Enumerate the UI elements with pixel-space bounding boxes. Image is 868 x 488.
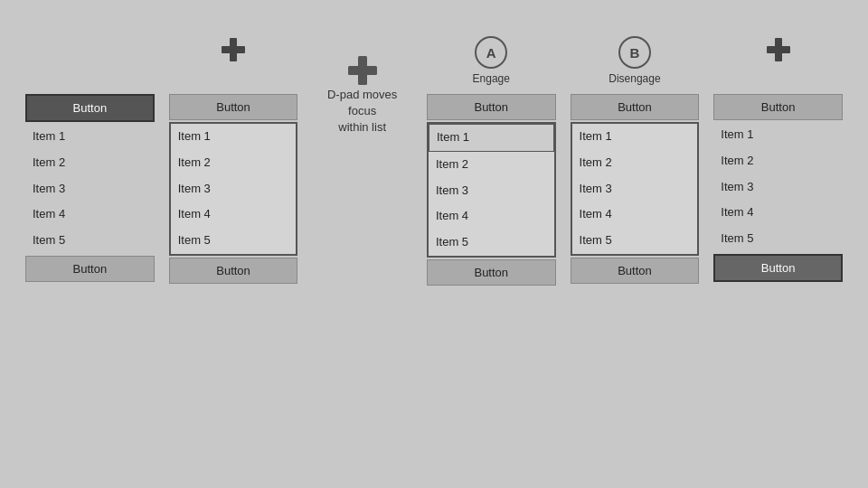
col4-bottom-button[interactable]: Button [571,258,700,284]
col4-top-button[interactable]: Button [571,94,700,120]
col4-icon-label: Disengage [609,72,660,85]
info-line2: within list [338,120,386,134]
col5-top-button[interactable]: Button [713,94,843,120]
col3-icon-area: A Engage [473,36,510,90]
col2-icon-area [220,36,247,90]
list-item: Item 5 [25,228,155,254]
main-container: Button Item 1 Item 2 Item 3 Item 4 Item … [0,0,868,488]
column-3: A Engage Button Item 1 Item 2 Item 3 Ite… [427,36,556,286]
circle-a-icon: A [475,36,507,69]
col5-icon-area [765,36,792,90]
col5-bottom-button[interactable]: Button [713,254,843,282]
column-1: Button Item 1 Item 2 Item 3 Item 4 Item … [25,36,155,282]
list-item: Item 1 [25,124,155,150]
center-info: D-pad moves focus within list [314,54,410,136]
col3-bottom-button[interactable]: Button [427,259,556,286]
list-item: Item 2 [713,148,843,174]
info-line1: D-pad moves focus [327,88,397,117]
list-item-focused: Item 1 [429,124,554,152]
col1-bottom-button[interactable]: Button [25,256,155,282]
col4-list: Item 1 Item 2 Item 3 Item 4 Item 5 [571,122,700,256]
col3-icon-label: Engage [473,72,510,85]
col5-list: Item 1 Item 2 Item 3 Item 4 Item 5 [713,122,843,252]
cross-icon [220,36,247,63]
cross-icon-2 [765,36,792,63]
list-item: Item 2 [25,150,155,176]
list-item: Item 3 [171,176,297,202]
list-item: Item 4 [572,202,698,228]
list-item: Item 3 [713,174,843,201]
svg-rect-5 [767,46,790,53]
list-item: Item 3 [572,176,698,202]
col2-top-button[interactable]: Button [169,94,298,120]
center-info-text: D-pad moves focus within list [314,87,410,136]
list-item: Item 1 [572,124,698,150]
list-item: Item 1 [713,122,843,148]
list-item: Item 5 [572,228,698,254]
col4-icon-area: B Disengage [609,36,660,90]
circle-b-icon: B [618,36,651,69]
list-item: Item 4 [429,203,554,230]
col2-list: Item 1 Item 2 Item 3 Item 4 Item 5 [169,122,298,256]
list-item: Item 2 [171,150,297,176]
list-item: Item 5 [713,226,843,252]
svg-rect-3 [348,66,377,75]
list-item: Item 2 [572,150,698,176]
list-item: Item 3 [25,176,155,202]
list-item: Item 5 [171,228,297,254]
list-item: Item 4 [25,202,155,228]
column-5: Button Item 1 Item 2 Item 3 Item 4 Item … [713,36,843,282]
col2-bottom-button[interactable]: Button [169,258,298,284]
list-item: Item 2 [429,152,554,178]
list-item: Item 4 [171,202,297,228]
list-item: Item 3 [429,178,554,204]
col3-list: Item 1 Item 2 Item 3 Item 4 Item 5 [427,122,556,258]
list-item: Item 4 [713,200,843,226]
list-item: Item 1 [171,124,297,150]
list-item: Item 5 [429,230,554,256]
dpad-icon [346,54,379,87]
col1-list: Item 1 Item 2 Item 3 Item 4 Item 5 [25,124,155,254]
col3-top-button[interactable]: Button [427,94,556,120]
column-4: B Disengage Button Item 1 Item 2 Item 3 … [571,36,700,284]
column-2: Button Item 1 Item 2 Item 3 Item 4 Item … [169,36,298,284]
svg-rect-1 [222,46,245,53]
col1-top-button[interactable]: Button [25,94,155,122]
